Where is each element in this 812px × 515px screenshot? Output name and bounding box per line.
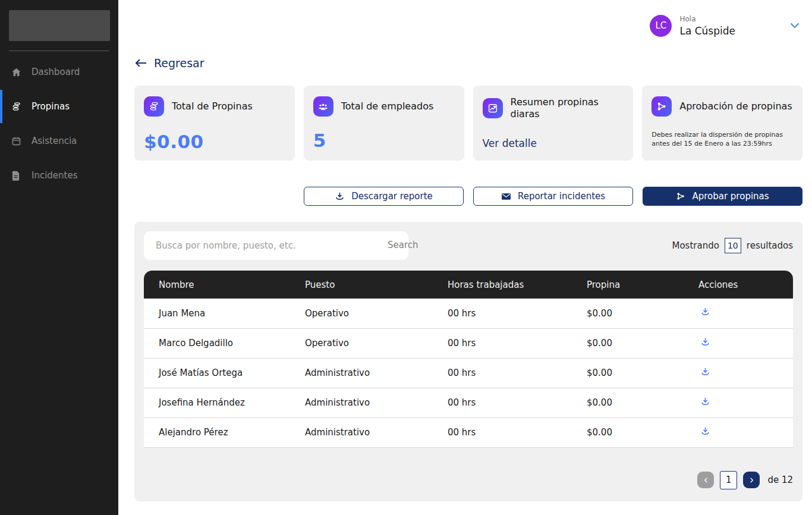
search-input[interactable] bbox=[144, 231, 408, 260]
envelope-icon bbox=[501, 192, 511, 201]
sidebar-item-propinas[interactable]: Propinas bbox=[0, 89, 118, 124]
results-count-box[interactable]: 10 bbox=[725, 238, 741, 253]
cell-propina: $0.00 bbox=[572, 358, 684, 388]
sidebar-item-label: Propinas bbox=[32, 101, 70, 112]
employees-table: Nombre Puesto Horas trabajadas Propina A… bbox=[144, 271, 793, 448]
back-link-label: Regresar bbox=[154, 56, 204, 70]
user-name: La Cúspide bbox=[679, 25, 735, 37]
col-propina: Propina bbox=[572, 271, 684, 299]
pagination: 1 de 12 bbox=[144, 471, 793, 489]
greeting-label: Hola bbox=[679, 15, 735, 23]
chevron-down-icon[interactable] bbox=[790, 23, 800, 29]
ver-detalle-link[interactable]: Ver detalle bbox=[483, 137, 537, 149]
cell-nombre: Marco Delgadillo bbox=[144, 328, 290, 358]
card-value: 5 bbox=[313, 130, 455, 151]
document-icon bbox=[11, 171, 21, 181]
home-icon bbox=[11, 67, 21, 77]
coins-icon bbox=[11, 102, 21, 112]
cell-nombre: Alejandro Pérez bbox=[144, 417, 290, 447]
cell-puesto: Administrativo bbox=[290, 388, 433, 417]
next-page-button[interactable] bbox=[743, 472, 760, 488]
sidebar-divider bbox=[9, 51, 109, 51]
cell-propina: $0.00 bbox=[572, 417, 684, 447]
cell-puesto: Administrativo bbox=[290, 358, 433, 388]
card-aprobacion-propinas: Aprobación de propinas Debes realizar la… bbox=[642, 86, 802, 161]
main-content: LC Hola La Cúspide Regresar bbox=[118, 0, 812, 515]
download-icon[interactable] bbox=[698, 426, 710, 437]
share-nodes-icon bbox=[676, 191, 685, 201]
cell-propina: $0.00 bbox=[572, 299, 684, 328]
showing-label: Mostrando bbox=[672, 240, 719, 251]
card-total-empleados: Total de empleados 5 bbox=[304, 86, 464, 161]
search-wrap: Search bbox=[144, 231, 408, 260]
button-label: Aprobar propinas bbox=[692, 191, 769, 202]
sidebar-item-label: Incidentes bbox=[32, 170, 78, 181]
card-title: Total de empleados bbox=[341, 101, 434, 112]
cell-horas: 00 hrs bbox=[433, 417, 572, 447]
stat-cards: Total de Propinas $0.00 Total de emplead… bbox=[134, 86, 802, 161]
download-icon bbox=[335, 191, 345, 202]
arrow-left-icon bbox=[134, 58, 147, 68]
action-buttons: Descargar reporte Reportar incidentes bbox=[134, 187, 802, 206]
chevron-right-icon bbox=[748, 477, 755, 483]
cell-propina: $0.00 bbox=[572, 388, 684, 417]
results-count: Mostrando 10 resultados bbox=[672, 238, 793, 253]
calendar-icon bbox=[11, 136, 21, 146]
col-puesto: Puesto bbox=[290, 271, 433, 299]
card-total-propinas: Total de Propinas $0.00 bbox=[134, 86, 295, 161]
table-row: Alejandro Pérez Administrativo 00 hrs $0… bbox=[144, 417, 793, 447]
card-note: Debes realizar la dispersión de propinas… bbox=[652, 130, 793, 149]
card-resumen-propinas: Resumen propinas diaras Ver detalle bbox=[473, 86, 634, 161]
table-row: José Matías Ortega Administrativo 00 hrs… bbox=[144, 358, 793, 388]
cell-horas: 00 hrs bbox=[433, 358, 572, 388]
employees-panel: Search Mostrando 10 resultados Nombre bbox=[134, 222, 802, 501]
card-title: Aprobación de propinas bbox=[679, 101, 792, 112]
coins-icon bbox=[144, 96, 164, 117]
sidebar-item-label: Dashboard bbox=[32, 67, 80, 77]
report-incidents-button[interactable]: Reportar incidentes bbox=[473, 187, 633, 206]
app-window: Dashboard Propinas Asistencia bbox=[0, 0, 812, 515]
button-label: Descargar reporte bbox=[351, 191, 433, 202]
download-report-button[interactable]: Descargar reporte bbox=[304, 187, 464, 206]
col-acciones: Acciones bbox=[684, 271, 793, 299]
share-nodes-icon bbox=[652, 96, 672, 117]
col-nombre: Nombre bbox=[144, 271, 290, 299]
sidebar-item-asistencia[interactable]: Asistencia bbox=[0, 124, 118, 158]
logo bbox=[9, 10, 110, 41]
button-label: Reportar incidentes bbox=[518, 191, 605, 202]
cell-nombre: José Matías Ortega bbox=[144, 358, 290, 388]
cell-nombre: Juan Mena bbox=[144, 299, 290, 328]
users-icon bbox=[313, 96, 333, 117]
sidebar-item-incidentes[interactable]: Incidentes bbox=[0, 158, 118, 193]
download-icon[interactable] bbox=[698, 367, 710, 377]
table-row: Marco Delgadillo Operativo 00 hrs $0.00 bbox=[144, 328, 793, 358]
search-row: Search Mostrando 10 resultados bbox=[144, 231, 793, 260]
cell-puesto: Administrativo bbox=[290, 417, 433, 447]
cell-puesto: Operativo bbox=[290, 328, 433, 358]
cell-horas: 00 hrs bbox=[433, 299, 572, 328]
avatar[interactable]: LC bbox=[650, 15, 672, 37]
card-title: Total de Propinas bbox=[172, 101, 253, 112]
results-label: resultados bbox=[747, 240, 793, 251]
sidebar-item-label: Asistencia bbox=[32, 136, 77, 146]
card-value: $0.00 bbox=[144, 131, 285, 152]
download-icon[interactable] bbox=[698, 337, 710, 347]
total-pages-label: de 12 bbox=[767, 475, 793, 485]
table-row: Josefina Hernández Administrativo 00 hrs… bbox=[144, 388, 793, 417]
cell-horas: 00 hrs bbox=[433, 388, 572, 417]
chart-line-icon bbox=[483, 98, 503, 118]
table-row: Juan Mena Operativo 00 hrs $0.00 bbox=[144, 299, 793, 328]
download-icon[interactable] bbox=[698, 307, 710, 317]
sidebar-item-dashboard[interactable]: Dashboard bbox=[0, 55, 118, 89]
table-header-row: Nombre Puesto Horas trabajadas Propina A… bbox=[144, 271, 793, 299]
search-button[interactable]: Search bbox=[388, 240, 418, 250]
back-link[interactable]: Regresar bbox=[134, 56, 204, 70]
user-text: Hola La Cúspide bbox=[679, 15, 735, 37]
approve-tips-button[interactable]: Aprobar propinas bbox=[643, 187, 802, 206]
prev-page-button[interactable] bbox=[697, 472, 714, 488]
topbar: LC Hola La Cúspide bbox=[134, 0, 802, 51]
cell-nombre: Josefina Hernández bbox=[144, 388, 290, 417]
download-icon[interactable] bbox=[698, 397, 710, 407]
current-page-box[interactable]: 1 bbox=[720, 471, 737, 489]
col-horas: Horas trabajadas bbox=[433, 271, 572, 299]
